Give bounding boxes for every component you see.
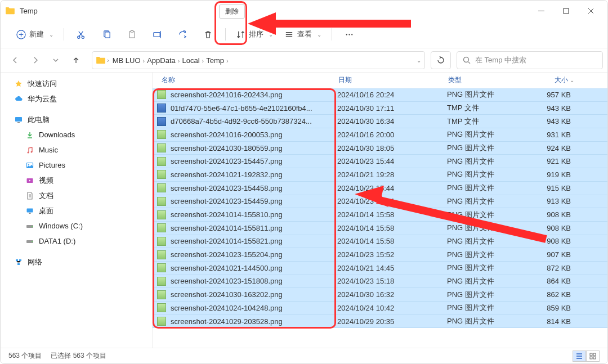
- chevron-down-icon[interactable]: ⌄: [417, 57, 421, 64]
- maximize-button[interactable]: [553, 2, 578, 19]
- file-date: 2024/10/23 15:44: [337, 184, 447, 192]
- table-row[interactable]: d70668a7-4b5d-4d92-9cc6-550b7387324...20…: [153, 115, 607, 128]
- svg-rect-20: [27, 208, 33, 212]
- svg-rect-29: [590, 353, 592, 356]
- sidebar-item-network[interactable]: 网络: [1, 254, 152, 269]
- sidebar-item-music[interactable]: Music: [1, 142, 152, 158]
- file-size: 957 KB: [531, 91, 576, 99]
- status-item-count: 563 个项目: [8, 351, 42, 361]
- sidebar-item-quick-access[interactable]: 快速访问: [1, 76, 152, 91]
- search-box[interactable]: 在 Temp 中搜索: [457, 51, 603, 69]
- file-date: 2024/10/14 15:58: [337, 224, 447, 232]
- sidebar-item-videos[interactable]: 视频: [1, 173, 152, 188]
- sidebar-item-huawei[interactable]: 华为云盘: [1, 91, 152, 106]
- back-button[interactable]: [5, 50, 25, 70]
- view-button[interactable]: 查看 ⌄: [279, 24, 327, 44]
- recent-dropdown[interactable]: [46, 50, 66, 70]
- more-button[interactable]: [337, 24, 362, 44]
- chevron-down-icon: ⌄: [317, 32, 321, 38]
- col-type[interactable]: 类型: [448, 75, 533, 85]
- table-row[interactable]: screenshot-20241023-155204.png2024/10/23…: [153, 248, 607, 262]
- file-name: 01fd7470-55e6-47c1-b655-4e2102160fb4...: [171, 104, 337, 113]
- paste-button[interactable]: [119, 24, 145, 44]
- sidebar-item-downloads[interactable]: Downloads: [1, 127, 152, 142]
- up-button[interactable]: [66, 50, 86, 70]
- table-row[interactable]: screenshot-20241021-144500.png2024/10/21…: [153, 262, 607, 275]
- svg-rect-13: [15, 117, 22, 122]
- sidebar-item-documents[interactable]: 文档: [1, 188, 152, 203]
- file-size: 943 KB: [531, 117, 576, 125]
- table-row[interactable]: 01fd7470-55e6-47c1-b655-4e2102160fb4...2…: [153, 102, 607, 115]
- new-button[interactable]: 新建 ⌄: [11, 24, 59, 44]
- file-type: PNG 图片文件: [447, 236, 531, 246]
- sidebar-item-desktop[interactable]: 桌面: [1, 203, 152, 218]
- table-row[interactable]: screenshot-20241014-155821.png2024/10/14…: [153, 235, 607, 249]
- col-size[interactable]: 大小⌄: [533, 75, 578, 85]
- col-name[interactable]: 名称: [157, 75, 338, 85]
- file-size: 931 KB: [531, 131, 576, 139]
- table-row[interactable]: screenshot-20241030-180559.png2024/10/30…: [153, 142, 607, 155]
- sidebar-item-this-pc[interactable]: 此电脑: [1, 112, 152, 127]
- sidebar-item-c-drive[interactable]: Windows (C:): [1, 218, 152, 233]
- table-row[interactable]: screenshot-20241023-154459.png2024/10/23…: [153, 195, 607, 209]
- file-name: screenshot-20241023-154457.png: [171, 157, 337, 165]
- search-placeholder: 在 Temp 中搜索: [475, 55, 526, 65]
- file-size: 943 KB: [531, 104, 576, 113]
- breadcrumb-item[interactable]: Local: [180, 55, 202, 66]
- tmp-file-icon: [157, 117, 166, 126]
- breadcrumb-item[interactable]: MB LUO: [110, 55, 143, 66]
- sidebar-item-pictures[interactable]: Pictures: [1, 158, 152, 173]
- copy-button[interactable]: [94, 24, 119, 44]
- png-file-icon: [157, 317, 166, 326]
- file-name: screenshot-20241023-155204.png: [171, 250, 337, 259]
- table-row[interactable]: screenshot-20241023-154458.png2024/10/23…: [153, 182, 607, 195]
- video-icon: [25, 177, 34, 185]
- address-bar[interactable]: › MB LUO›AppData›Local›Temp› ⌄: [92, 51, 425, 69]
- desktop-icon: [25, 207, 34, 215]
- breadcrumb-item[interactable]: Temp: [204, 55, 226, 66]
- pictures-icon: [25, 161, 34, 169]
- table-row[interactable]: screenshot-20241023-154457.png2024/10/23…: [153, 155, 607, 168]
- file-name: screenshot-20241014-155810.png: [171, 210, 337, 219]
- col-date[interactable]: 日期: [338, 75, 448, 85]
- svg-rect-32: [593, 357, 596, 359]
- file-name: screenshot-20241023-154458.png: [171, 184, 337, 192]
- file-size: 908 KB: [531, 210, 576, 219]
- refresh-button[interactable]: [431, 51, 451, 69]
- cut-button[interactable]: [69, 24, 94, 44]
- music-icon: [25, 146, 34, 154]
- file-date: 2024/10/23 15:18: [337, 277, 447, 285]
- table-row[interactable]: screenshot-20241016-200053.png2024/10/16…: [153, 128, 607, 142]
- table-row[interactable]: screenshot-20241021-192832.png2024/10/21…: [153, 168, 607, 182]
- folder-icon: [96, 56, 106, 64]
- forward-button[interactable]: [25, 50, 46, 70]
- png-file-icon: [157, 130, 166, 139]
- file-list[interactable]: screenshot-20241016-202434.png2024/10/16…: [153, 88, 607, 348]
- rename-button[interactable]: [145, 24, 170, 44]
- thumbnails-view-button[interactable]: [586, 350, 600, 362]
- toolbar: 新建 ⌄ 排序 ⌄ 查看 ⌄: [1, 21, 607, 48]
- table-row[interactable]: screenshot-20241014-155810.png2024/10/14…: [153, 208, 607, 222]
- file-size: 908 KB: [531, 237, 576, 245]
- table-row[interactable]: screenshot-20241023-151808.png2024/10/23…: [153, 275, 607, 289]
- close-button[interactable]: [578, 2, 603, 19]
- sidebar-item-d-drive[interactable]: DATA1 (D:): [1, 233, 152, 249]
- file-size: 859 KB: [531, 304, 576, 312]
- breadcrumb-item[interactable]: AppData: [145, 55, 178, 66]
- file-name: screenshot-20241021-144500.png: [171, 264, 337, 272]
- file-type: TMP 文件: [447, 103, 531, 113]
- file-type: PNG 图片文件: [447, 169, 531, 179]
- table-row[interactable]: screenshot-20241024-104248.png2024/10/24…: [153, 302, 607, 315]
- table-row[interactable]: screenshot-20241014-155811.png2024/10/14…: [153, 222, 607, 235]
- minimize-button[interactable]: [529, 2, 553, 19]
- table-row[interactable]: screenshot-20241030-163202.png2024/10/30…: [153, 288, 607, 302]
- table-row[interactable]: screenshot-20241029-203528.png2024/10/29…: [153, 315, 607, 329]
- details-view-button[interactable]: [573, 350, 586, 362]
- table-row[interactable]: screenshot-20241016-202434.png2024/10/16…: [153, 88, 607, 102]
- window-title: Temp: [20, 7, 38, 15]
- file-date: 2024/10/16 20:00: [337, 131, 447, 139]
- file-size: 921 KB: [531, 157, 576, 165]
- svg-rect-28: [17, 263, 20, 265]
- file-name: screenshot-20241023-151808.png: [171, 277, 337, 285]
- share-button[interactable]: [170, 24, 195, 44]
